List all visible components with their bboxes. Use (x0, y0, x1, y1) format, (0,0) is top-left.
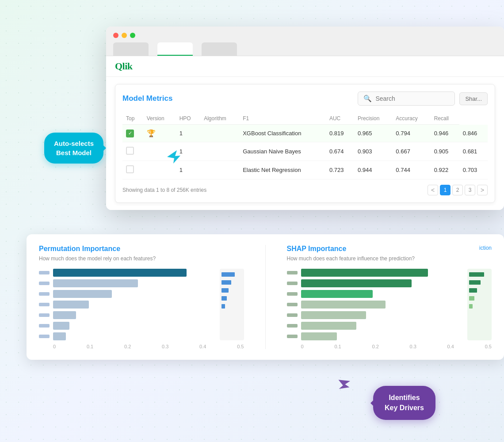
bar-fill (301, 279, 412, 287)
metrics-header: Model Metrics 🔍 Shar... (122, 91, 488, 106)
col-algorithm: Algorithm (200, 113, 239, 125)
bar-dot (287, 282, 298, 285)
browser-tabs (113, 42, 497, 56)
table-row: 🏆1XGBoost Classification0.8190.9650.7940… (122, 125, 488, 142)
cell-precision: 0.794 (392, 125, 430, 142)
drivers-pointer (337, 377, 350, 392)
maximize-button[interactable] (130, 33, 135, 38)
bottom-panel: Permutation Importance How much does the… (27, 234, 504, 360)
page-btn-2[interactable]: 2 (452, 185, 463, 195)
cell-hpo (200, 142, 239, 161)
drivers-line2: Key Drivers (385, 403, 424, 413)
prev-page-button[interactable]: < (428, 185, 438, 195)
callout-key-drivers: Identifies Key Drivers (373, 386, 435, 420)
cell-f1: 0.674 (326, 142, 354, 161)
minimize-button[interactable] (122, 33, 127, 38)
shap-subtitle: How much does each feature influence the… (287, 255, 415, 262)
share-button[interactable]: Shar... (459, 92, 488, 105)
bar-fill (53, 332, 66, 340)
cell-algorithm: XGBoost Classification (239, 125, 326, 142)
cell-auc: 0.944 (354, 161, 392, 179)
cell-recall: 0.846 (459, 125, 488, 142)
row-checkbox[interactable] (126, 165, 134, 173)
bar-container (53, 269, 216, 277)
bar-container (301, 269, 464, 277)
shap-bar-row (287, 301, 464, 309)
browser-content: Model Metrics 🔍 Shar... Top Version HPO (106, 77, 504, 210)
shap-bar-row (287, 290, 464, 298)
col-hpo: HPO (176, 113, 200, 125)
close-button[interactable] (113, 33, 118, 38)
shap-bar-row (287, 322, 464, 330)
col-top: Top (122, 113, 143, 125)
perm-bar-row (39, 290, 216, 298)
perm-bar-row (39, 269, 216, 277)
browser-tab-2[interactable] (157, 42, 193, 56)
cell-hpo (200, 161, 239, 179)
callout-line1: Auto-selects (54, 139, 94, 148)
shap-iction-label: iction (479, 245, 492, 251)
bar-fill (53, 301, 89, 309)
col-precision: Precision (354, 113, 392, 125)
bar-container (53, 301, 216, 309)
bar-fill (53, 311, 76, 319)
bar-container (53, 311, 216, 319)
bar-fill (301, 311, 366, 319)
trophy-icon: 🏆 (147, 130, 156, 137)
cell-accuracy: 0.922 (431, 161, 459, 179)
svg-marker-1 (337, 377, 350, 391)
metrics-table: Top Version HPO Algorithm F1 AUC Precisi… (122, 113, 488, 179)
svg-marker-0 (167, 150, 180, 164)
callout-auto-selects: Auto-selects Best Model (44, 133, 103, 164)
permutation-subtitle: How much does the model rely on each fea… (39, 255, 244, 262)
shap-bar-row (287, 269, 464, 277)
bar-dot (39, 335, 50, 338)
callout-line2: Best Model (54, 148, 94, 157)
browser-chrome (106, 27, 504, 56)
search-input[interactable] (375, 95, 437, 102)
bar-dot (39, 271, 50, 274)
cell-precision: 0.667 (392, 142, 430, 161)
cell-accuracy: 0.905 (431, 142, 459, 161)
col-accuracy: Accuracy (392, 113, 430, 125)
bar-fill (301, 332, 337, 340)
chart-divider (265, 245, 266, 349)
cell-auc: 0.903 (354, 142, 392, 161)
browser-tab-1[interactable] (113, 42, 149, 56)
metrics-card: Model Metrics 🔍 Shar... Top Version HPO (115, 84, 495, 203)
cell-version: 1 (176, 125, 200, 142)
bar-fill (53, 269, 187, 277)
col-version: Version (143, 113, 176, 125)
next-page-button[interactable]: > (477, 185, 488, 195)
bar-dot (287, 324, 298, 328)
browser-tab-3[interactable] (202, 42, 237, 56)
perm-bar-row (39, 332, 216, 340)
callout-pointer (167, 150, 180, 165)
search-box[interactable]: 🔍 (358, 91, 455, 106)
cell-precision: 0.744 (392, 161, 430, 179)
bar-dot (39, 282, 50, 285)
app-header: Qlik (106, 56, 504, 77)
col-auc: AUC (326, 113, 354, 125)
permutation-mini-chart (220, 269, 244, 340)
row-checkbox[interactable] (126, 147, 134, 155)
permutation-x-axis: 00.10.20.30.40.5 (39, 344, 244, 349)
page-btn-1[interactable]: 1 (440, 185, 451, 195)
browser-window: Qlik Model Metrics 🔍 Shar... Top (106, 27, 504, 210)
bar-dot (287, 271, 298, 274)
browser-controls (113, 33, 497, 38)
bar-container (301, 290, 464, 298)
bar-fill (301, 290, 373, 298)
col-f1: F1 (239, 113, 326, 125)
qlik-logo: Qlik (115, 61, 133, 72)
permutation-chart-section: Permutation Importance How much does the… (39, 245, 244, 349)
cell-recall: 0.703 (459, 161, 488, 179)
page-btn-3[interactable]: 3 (465, 185, 475, 195)
bar-fill (301, 322, 356, 330)
cell-auc: 0.965 (354, 125, 392, 142)
cell-accuracy: 0.946 (431, 125, 459, 142)
row-checkbox[interactable] (126, 130, 134, 137)
shap-mini-chart (467, 269, 492, 340)
bar-container (301, 311, 464, 319)
bar-dot (287, 292, 298, 296)
